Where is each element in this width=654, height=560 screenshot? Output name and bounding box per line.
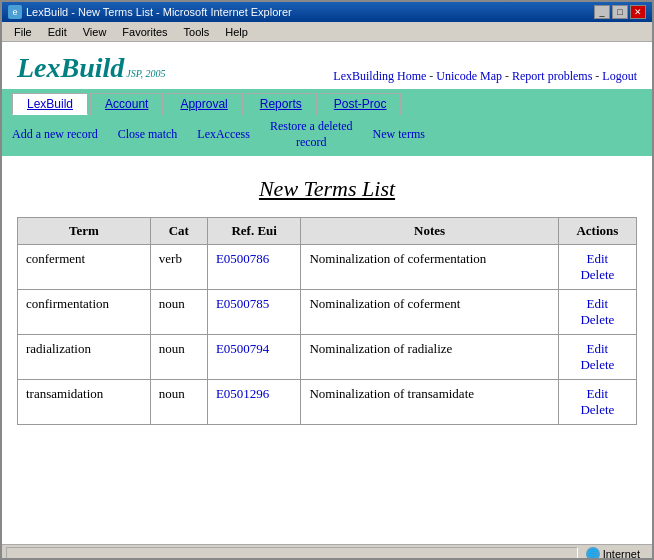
cell-actions: EditDelete [558, 245, 636, 290]
ref-eui-link[interactable]: E0500794 [216, 341, 269, 356]
table-row: confermentverbE0500786Nominalization of … [18, 245, 637, 290]
cell-notes: Nominalization of cofermentation [301, 245, 558, 290]
logout-link[interactable]: Logout [602, 69, 637, 83]
menu-favorites[interactable]: Favorites [114, 25, 175, 39]
logo-area: LexBuild JSP, 2005 [17, 52, 166, 84]
add-new-record-link[interactable]: Add a new record [12, 127, 98, 142]
col-term: Term [18, 218, 151, 245]
delete-link[interactable]: Delete [567, 402, 628, 418]
nav-tabs: LexBuild Account Approval Reports Post-P… [2, 89, 652, 115]
internet-icon: 🌐 [586, 547, 600, 561]
menu-view[interactable]: View [75, 25, 115, 39]
menu-help[interactable]: Help [217, 25, 256, 39]
col-actions: Actions [558, 218, 636, 245]
cell-actions: EditDelete [558, 335, 636, 380]
edit-link[interactable]: Edit [567, 251, 628, 267]
delete-link[interactable]: Delete [567, 312, 628, 328]
close-button[interactable]: ✕ [630, 5, 646, 19]
report-problems-link[interactable]: Report problems [512, 69, 592, 83]
tab-post-proc[interactable]: Post-Proc [319, 93, 402, 115]
tab-lexbuild[interactable]: LexBuild [12, 93, 88, 115]
cell-term: conferment [18, 245, 151, 290]
cell-term: radialization [18, 335, 151, 380]
page-title-area: New Terms List [2, 156, 652, 217]
cell-ref-eui: E0501296 [207, 380, 301, 425]
menu-bar: File Edit View Favorites Tools Help [2, 22, 652, 42]
status-internet: 🌐 Internet [578, 547, 648, 561]
minimize-button[interactable]: _ [594, 5, 610, 19]
tab-account[interactable]: Account [90, 93, 163, 115]
cell-term: confirmentation [18, 290, 151, 335]
ref-eui-link[interactable]: E0500785 [216, 296, 269, 311]
cell-actions: EditDelete [558, 290, 636, 335]
col-cat: Cat [150, 218, 207, 245]
lexbuilding-home-link[interactable]: LexBuilding Home [333, 69, 426, 83]
menu-edit[interactable]: Edit [40, 25, 75, 39]
cell-cat: noun [150, 380, 207, 425]
edit-link[interactable]: Edit [567, 341, 628, 357]
table-row: radializationnounE0500794Nominalization … [18, 335, 637, 380]
internet-label: Internet [603, 548, 640, 560]
data-table-container: Term Cat Ref. Eui Notes Actions conferme… [2, 217, 652, 445]
cell-actions: EditDelete [558, 380, 636, 425]
new-terms-link[interactable]: New terms [373, 127, 425, 142]
cell-term: transamidation [18, 380, 151, 425]
cell-ref-eui: E0500785 [207, 290, 301, 335]
menu-file[interactable]: File [6, 25, 40, 39]
title-bar: e LexBuild - New Terms List - Microsoft … [2, 2, 652, 22]
ref-eui-link[interactable]: E0501296 [216, 386, 269, 401]
logo-main: LexBuild [17, 52, 124, 84]
app-icon: e [8, 5, 22, 19]
browser-content: LexBuild JSP, 2005 LexBuilding Home - Un… [2, 42, 652, 544]
status-zone [6, 547, 578, 561]
header-links: LexBuilding Home - Unicode Map - Report … [333, 69, 637, 84]
col-notes: Notes [301, 218, 558, 245]
page-header: LexBuild JSP, 2005 LexBuilding Home - Un… [2, 42, 652, 89]
window-title: LexBuild - New Terms List - Microsoft In… [26, 6, 292, 18]
tab-approval[interactable]: Approval [165, 93, 242, 115]
logo-sub: JSP, 2005 [126, 68, 165, 79]
restore-deleted-link[interactable]: Restore a deletedrecord [270, 119, 353, 150]
table-row: transamidationnounE0501296Nominalization… [18, 380, 637, 425]
new-terms-table: Term Cat Ref. Eui Notes Actions conferme… [17, 217, 637, 425]
menu-tools[interactable]: Tools [176, 25, 218, 39]
col-ref-eui: Ref. Eui [207, 218, 301, 245]
table-row: confirmentationnounE0500785Nominalizatio… [18, 290, 637, 335]
cell-cat: verb [150, 245, 207, 290]
ref-eui-link[interactable]: E0500786 [216, 251, 269, 266]
maximize-button[interactable]: □ [612, 5, 628, 19]
cell-notes: Nominalization of coferment [301, 290, 558, 335]
tab-reports[interactable]: Reports [245, 93, 317, 115]
cell-cat: noun [150, 290, 207, 335]
delete-link[interactable]: Delete [567, 357, 628, 373]
delete-link[interactable]: Delete [567, 267, 628, 283]
lexaccess-link[interactable]: LexAccess [197, 127, 250, 142]
cell-notes: Nominalization of radialize [301, 335, 558, 380]
cell-ref-eui: E0500794 [207, 335, 301, 380]
edit-link[interactable]: Edit [567, 296, 628, 312]
cell-cat: noun [150, 335, 207, 380]
cell-notes: Nominalization of transamidate [301, 380, 558, 425]
unicode-map-link[interactable]: Unicode Map [436, 69, 502, 83]
window-controls[interactable]: _ □ ✕ [594, 5, 646, 19]
sub-nav: Add a new record Close match LexAccess R… [2, 115, 652, 156]
close-match-link[interactable]: Close match [118, 127, 178, 142]
status-bar: 🌐 Internet [2, 544, 652, 560]
table-header-row: Term Cat Ref. Eui Notes Actions [18, 218, 637, 245]
edit-link[interactable]: Edit [567, 386, 628, 402]
cell-ref-eui: E0500786 [207, 245, 301, 290]
page-title: New Terms List [259, 176, 395, 201]
